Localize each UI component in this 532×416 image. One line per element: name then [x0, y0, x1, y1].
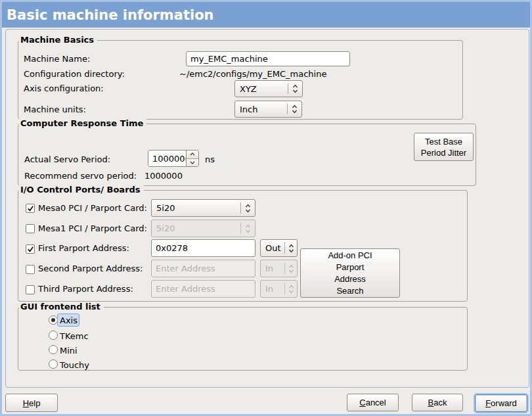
config-dir-label: Configuration directory:	[24, 69, 125, 80]
second-parport-direction-value: In	[261, 260, 284, 277]
machine-name-input[interactable]	[186, 51, 350, 66]
group-io-ports: I/O Control Ports/ Boards Mesa0 PCI / Pa…	[18, 190, 468, 302]
third-parport-label: Third Parport Address:	[38, 284, 133, 294]
check-icon	[27, 205, 34, 212]
second-parport-address-input	[151, 260, 255, 277]
mesa1-label: Mesa1 PCI / Parport Card:	[38, 223, 147, 234]
back-button-label: Back	[428, 397, 447, 408]
spin-down-button[interactable]	[187, 158, 198, 167]
help-button-label: Help	[23, 398, 41, 409]
machine-name-label: Machine Name:	[24, 54, 90, 64]
machine-units-combobox[interactable]: Inch	[234, 101, 302, 118]
mesa1-checkbox[interactable]	[26, 224, 35, 233]
addon-button-line3: Address	[334, 273, 366, 285]
check-icon	[27, 246, 34, 253]
group-response-time: Computer Response Time Test Base Period …	[18, 124, 476, 186]
first-parport-direction-combobox[interactable]: Out	[260, 239, 298, 257]
radio-dot-icon	[51, 318, 55, 322]
combo-arrows-icon	[241, 220, 255, 237]
mesa0-label: Mesa0 PCI / Parport Card:	[38, 203, 147, 214]
test-base-period-jitter-button[interactable]: Test Base Period Jitter	[414, 133, 474, 161]
servo-period-input[interactable]	[148, 150, 186, 166]
forward-button-label: Forward	[485, 398, 517, 409]
radio-axis-focus[interactable]: Axis	[57, 313, 79, 327]
group-response-time-label: Computer Response Time	[19, 118, 146, 128]
third-parport-direction-combobox: In	[260, 280, 298, 298]
third-parport-direction-value: In	[261, 281, 284, 297]
radio-axis[interactable]	[49, 315, 58, 325]
addon-button-line2: Parport	[336, 262, 365, 273]
combo-arrows-icon	[285, 240, 297, 256]
recommend-period-value: 1000000	[144, 171, 183, 181]
page-title: Basic machine information	[2, 7, 214, 23]
radio-mini[interactable]	[49, 345, 58, 354]
test-jitter-line1: Test Base	[425, 136, 462, 147]
axis-config-combobox[interactable]: XYZ	[234, 80, 303, 97]
mesa0-card-combobox[interactable]: 5i20	[151, 199, 255, 217]
machine-units-label: Machine units:	[24, 104, 86, 115]
group-gui-frontend: GUI frontend list Axis TKemc Mini Touchy	[18, 307, 468, 371]
help-button[interactable]: Help	[5, 394, 58, 412]
group-machine-basics: Machine Basics Machine Name: Configurati…	[18, 40, 463, 120]
group-machine-basics-label: Machine Basics	[19, 35, 97, 45]
back-button[interactable]: Back	[412, 394, 463, 411]
third-parport-checkbox[interactable]	[26, 285, 35, 294]
config-dir-value: ~/emc2/configs/my_EMC_machine	[179, 69, 326, 80]
servo-period-label: Actual Servo Period:	[24, 154, 110, 165]
radio-touchy-label: Touchy	[60, 360, 89, 371]
combo-arrows-icon	[285, 281, 297, 297]
radio-axis-label: Axis	[60, 315, 78, 325]
radio-mini-label: Mini	[60, 346, 78, 356]
axis-config-value: XYZ	[235, 81, 288, 97]
first-parport-checkbox[interactable]	[26, 244, 35, 254]
servo-period-spinbox[interactable]	[148, 150, 199, 167]
combo-arrows-icon	[288, 81, 302, 97]
mesa1-card-value: 5i20	[152, 220, 240, 237]
servo-period-unit: ns	[205, 154, 215, 165]
mesa0-card-value: 5i20	[152, 200, 240, 216]
group-gui-frontend-label: GUI frontend list	[19, 302, 104, 312]
machine-units-value: Inch	[235, 101, 287, 117]
recommend-period-label: Recommend servo period:	[24, 171, 137, 181]
spin-buttons	[186, 150, 198, 166]
wizard-window: Basic machine information Machine Basics…	[0, 0, 532, 416]
combo-arrows-icon	[288, 101, 301, 117]
radio-tkemc[interactable]	[49, 331, 58, 340]
axis-config-label: Axis configuration:	[24, 83, 104, 94]
third-parport-address-input	[151, 280, 255, 298]
test-jitter-line2: Period Jitter	[421, 147, 466, 158]
group-io-ports-label: I/O Control Ports/ Boards	[19, 185, 144, 195]
mesa1-card-combobox: 5i20	[151, 220, 255, 237]
radio-tkemc-label: TKemc	[60, 331, 89, 342]
mesa0-checkbox[interactable]	[26, 204, 35, 213]
spin-up-button[interactable]	[187, 150, 198, 158]
second-parport-label: Second Parport Address:	[38, 264, 143, 274]
radio-touchy[interactable]	[49, 359, 58, 369]
addon-button-line4: Search	[336, 285, 363, 297]
cancel-button-label: Cancel	[359, 397, 386, 408]
combo-arrows-icon	[285, 260, 297, 277]
title-bar: Basic machine information	[2, 2, 530, 28]
addon-button-line1: Add-on PCI	[328, 250, 372, 262]
first-parport-label: First Parport Address:	[38, 243, 129, 254]
second-parport-direction-combobox: In	[260, 260, 298, 277]
second-parport-checkbox[interactable]	[26, 265, 35, 274]
combo-arrows-icon	[241, 200, 255, 216]
cancel-button[interactable]: Cancel	[347, 394, 399, 411]
first-parport-direction-value: Out	[261, 240, 284, 256]
first-parport-address-input[interactable]	[151, 239, 255, 257]
forward-button[interactable]: Forward	[475, 394, 527, 412]
addon-pci-search-button[interactable]: Add-on PCI Parport Address Search	[300, 248, 400, 298]
